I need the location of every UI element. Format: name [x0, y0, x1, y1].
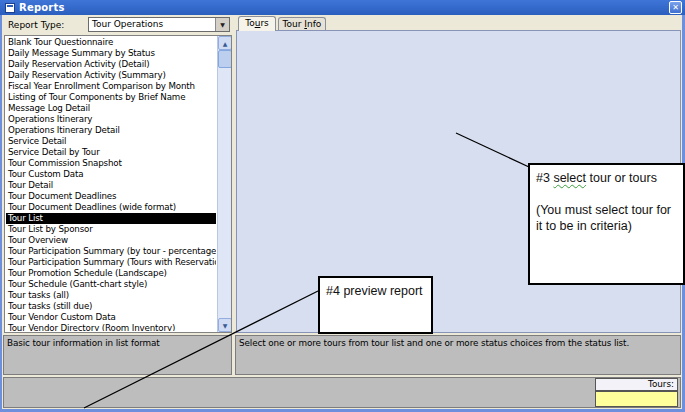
report-list-item[interactable]: Operations Itinerary Detail	[6, 125, 216, 136]
report-list-item[interactable]: Tour Commission Snapshot	[6, 158, 216, 169]
report-list-item[interactable]: Tour Promotion Schedule (Landscape)	[6, 268, 216, 279]
report-list-item[interactable]: Listing of Tour Components by Brief Name	[6, 92, 216, 103]
report-list-item[interactable]: Tour tasks (still due)	[6, 301, 216, 312]
tab-tours-label: To	[245, 18, 254, 28]
report-type-value: Tour Operations	[92, 19, 163, 29]
report-list-item[interactable]: Daily Message Summary by Status	[6, 48, 216, 59]
report-listbox[interactable]: Blank Tour QuestionnaireDaily Message Su…	[4, 35, 232, 333]
report-list-item[interactable]: Tour Document Deadlines	[6, 191, 216, 202]
window-title: Reports	[19, 2, 65, 13]
report-list-item[interactable]: Tour Schedule (Gantt-chart style)	[6, 279, 216, 290]
callout-select-tour: #3 select tour or tours (You must select…	[528, 163, 685, 285]
report-list-item[interactable]: Service Detail	[6, 136, 216, 147]
report-list-item[interactable]: Fiscal Year Enrollment Comparison by Mon…	[6, 81, 216, 92]
report-list-item[interactable]: Tour Participation Summary (by tour - pe…	[6, 246, 216, 257]
report-list-item[interactable]: Message Log Detail	[6, 103, 216, 114]
scroll-down-icon[interactable]: ▼	[218, 318, 232, 332]
tours-count-field[interactable]	[595, 391, 678, 407]
report-description-panel: Basic tour information in list format	[3, 335, 232, 375]
tours-count-label: Tours:	[595, 378, 678, 391]
report-list-item[interactable]: Tour List by Sponsor	[6, 224, 216, 235]
tab-tours[interactable]: Tours	[238, 16, 276, 31]
chevron-down-icon[interactable]: ▼	[215, 18, 229, 31]
title-bar: Reports ✕	[0, 0, 685, 15]
report-description: Basic tour information in list format	[7, 338, 160, 348]
report-list-scrollbar[interactable]: ▲ ▼	[217, 36, 231, 332]
bottom-bar	[3, 377, 681, 408]
report-list-item[interactable]: Daily Reservation Activity (Summary)	[6, 70, 216, 81]
report-list-item[interactable]: Tour Document Deadlines (wide format)	[6, 202, 216, 213]
tab-tour-info[interactable]: Tour Info	[278, 17, 326, 31]
report-list-item[interactable]: Tour Custom Data	[6, 169, 216, 180]
instructions-panel: Select one or more tours from tour list …	[235, 335, 681, 375]
report-list-item[interactable]: Blank Tour Questionnaire	[6, 37, 216, 48]
report-list-item[interactable]: Tour Overview	[6, 235, 216, 246]
report-type-dropdown[interactable]: Tour Operations ▼	[88, 17, 230, 32]
report-list-item[interactable]: Tour List	[6, 213, 216, 224]
report-list: Blank Tour QuestionnaireDaily Message Su…	[6, 37, 216, 331]
scroll-thumb[interactable]	[218, 50, 232, 68]
report-list-item[interactable]: Daily Reservation Activity (Detail)	[6, 59, 216, 70]
tab-tour-info-label: Tour	[283, 19, 305, 29]
report-list-item[interactable]: Tour Vendor Custom Data	[6, 312, 216, 323]
report-list-item[interactable]: Tour Participation Summary (Tours with R…	[6, 257, 216, 268]
misspelled-word: select	[553, 171, 586, 185]
callout-preview-report: #4 preview report	[318, 276, 433, 334]
report-list-item[interactable]: Tour Vendor Directory (Room Inventory)	[6, 323, 216, 331]
window-icon	[5, 3, 15, 13]
report-list-item[interactable]: Tour tasks (all)	[6, 290, 216, 301]
reports-window: Reports ✕ Report Type: Tour Operations ▼…	[0, 0, 685, 412]
scroll-up-icon[interactable]: ▲	[218, 36, 232, 50]
report-type-label: Report Type:	[8, 20, 64, 30]
close-icon[interactable]: ✕	[669, 1, 682, 14]
instructions-text: Select one or more tours from tour list …	[239, 338, 629, 348]
report-list-item[interactable]: Operations Itinerary	[6, 114, 216, 125]
callout-select-tour-note: (You must select tour for it to be in cr…	[536, 203, 671, 233]
report-list-item[interactable]: Tour Detail	[6, 180, 216, 191]
report-list-item[interactable]: Service Detail by Tour	[6, 147, 216, 158]
